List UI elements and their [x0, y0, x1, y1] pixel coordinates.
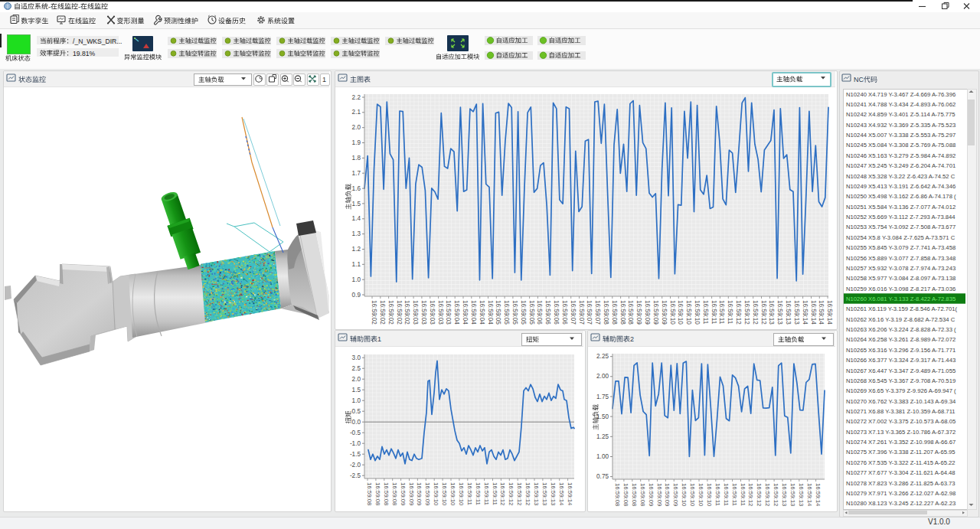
svg-text:N10266 X6.377 Y-3.324 Z-9.317: N10266 X6.377 Y-3.324 Z-9.317 A-71.443: [846, 357, 956, 364]
svg-text:16:59:12: 16:59:12: [773, 483, 779, 506]
svg-text:16:59:11: 16:59:11: [475, 482, 482, 505]
svg-text:N10249 X5.413 Y-3.191 Z-6.642: N10249 X5.413 Y-3.191 Z-6.642 A-74.346: [846, 183, 956, 190]
svg-text:16:59:07: 16:59:07: [586, 300, 593, 325]
svg-text:N10250 X5.498 Y-3.162 Z-6.86 A: N10250 X5.498 Y-3.162 Z-6.86 A-74.178 (: [846, 193, 956, 200]
svg-text:16:59:08: 16:59:08: [614, 483, 621, 506]
svg-text:16:59:06: 16:59:06: [544, 300, 551, 325]
svg-text:16:59:05: 16:59:05: [511, 300, 518, 325]
svg-text:-1.5: -1.5: [350, 451, 361, 458]
svg-text:N10243 X4.932 Y-3.369 Z-5.335: N10243 X4.932 Y-3.369 Z-5.335 A-75.523: [846, 122, 956, 129]
svg-text:16:59:09: 16:59:09: [416, 482, 423, 505]
svg-text:1.0: 1.0: [352, 397, 361, 404]
svg-text:16:59:11: 16:59:11: [702, 300, 709, 325]
svg-text:16:59:14: 16:59:14: [558, 482, 565, 506]
svg-text:1.5: 1.5: [352, 201, 361, 207]
svg-text:16:59:07: 16:59:07: [594, 300, 601, 325]
svg-text:1.25: 1.25: [596, 433, 609, 440]
svg-text:16:59:12: 16:59:12: [524, 482, 531, 505]
svg-text:16:59:13: 16:59:13: [541, 482, 548, 505]
svg-text:N10273 X7.13 Y-3.365 Z-10.786: N10273 X7.13 Y-3.365 Z-10.786 A-67.372: [846, 429, 956, 436]
svg-text:2.00: 2.00: [596, 373, 609, 380]
svg-text:16:59:08: 16:59:08: [611, 300, 618, 325]
svg-text:N10270 X6.762 Y-3.383 Z-10.143: N10270 X6.762 Y-3.383 Z-10.143 A-69.34: [846, 398, 956, 405]
svg-text:16:59:09: 16:59:09: [648, 483, 655, 506]
svg-text:16:59:14: 16:59:14: [806, 483, 813, 507]
svg-text:16:59:12: 16:59:12: [743, 300, 750, 325]
svg-text:1.0: 1.0: [352, 276, 361, 283]
svg-text:16:59:14: 16:59:14: [810, 300, 817, 325]
svg-text:N10274 X7.261 Y-3.352 Z-10.998: N10274 X7.261 Y-3.352 Z-10.998 A-66.67: [846, 439, 956, 446]
svg-text:-2.5: -2.5: [350, 472, 361, 479]
svg-text:2.0: 2.0: [352, 124, 361, 131]
svg-text:2.1: 2.1: [352, 109, 361, 116]
svg-text:16:59:10: 16:59:10: [689, 483, 696, 507]
svg-text:2.0: 2.0: [352, 376, 361, 383]
svg-text:16:59:13: 16:59:13: [785, 300, 792, 325]
svg-text:16:59:13: 16:59:13: [776, 300, 783, 325]
svg-text:16:59:02: 16:59:02: [379, 300, 386, 325]
svg-text:16:59:11: 16:59:11: [740, 483, 746, 506]
svg-text:16:59:11: 16:59:11: [727, 300, 733, 325]
svg-text:1: 1: [322, 76, 326, 83]
svg-text:16:59:10: 16:59:10: [677, 300, 684, 325]
svg-text:1.8: 1.8: [352, 155, 361, 162]
svg-text:16:59:08: 16:59:08: [639, 483, 646, 506]
svg-text:16:59:08: 16:59:08: [603, 300, 609, 325]
svg-text:0.9: 0.9: [352, 292, 361, 299]
svg-text:16:59:03: 16:59:03: [412, 300, 419, 325]
svg-text:16:59:13: 16:59:13: [789, 483, 796, 506]
svg-text:16:59:13: 16:59:13: [550, 482, 557, 505]
svg-text:16:59:14: 16:59:14: [826, 300, 833, 325]
svg-text:16:59:03: 16:59:03: [445, 300, 452, 325]
svg-text:16:59:09: 16:59:09: [400, 482, 407, 505]
svg-text:16:59:08: 16:59:08: [374, 482, 381, 505]
svg-text:N10256 X5.889 Y-3.077 Z-7.858: N10256 X5.889 Y-3.077 Z-7.858 A-73.348: [846, 255, 956, 262]
svg-text:16:59:13: 16:59:13: [781, 483, 788, 506]
svg-text:0.5: 0.5: [352, 408, 361, 415]
svg-text:N10255 X5.845 Y-3.079 Z-7.741: N10255 X5.845 Y-3.079 Z-7.741 A-73.458: [846, 244, 956, 251]
svg-text:1: 1: [377, 335, 381, 343]
svg-text:16:59:02: 16:59:02: [387, 300, 394, 325]
svg-text:16:59:11: 16:59:11: [718, 300, 725, 325]
svg-text:N10264 X6.258 Y-3.261 Z-8.989: N10264 X6.258 Y-3.261 Z-8.989 A-72.072: [846, 336, 956, 343]
svg-text:0.75: 0.75: [596, 473, 609, 480]
svg-text:NC: NC: [854, 76, 864, 83]
svg-text:16:59:09: 16:59:09: [644, 300, 651, 325]
svg-text:16:59:08: 16:59:08: [366, 482, 373, 505]
svg-text:16:59:13: 16:59:13: [793, 300, 800, 325]
svg-text:1.50: 1.50: [596, 413, 609, 420]
svg-text:16:59:05: 16:59:05: [528, 300, 535, 325]
svg-text:N10269 X6.65 Y-3.379 Z-9.926 A: N10269 X6.65 Y-3.379 Z-9.926 A-69.947 (: [846, 387, 956, 394]
svg-text:16:59:09: 16:59:09: [635, 300, 642, 325]
svg-text:N10248 X5.328 Y-3.22 Z-6.423 A: N10248 X5.328 Y-3.22 Z-6.423 A-74.52 C: [846, 173, 956, 180]
svg-text:0.0: 0.0: [352, 419, 361, 426]
svg-text:16:59:12: 16:59:12: [747, 483, 754, 506]
svg-text:N10253 X5.754 Y-3.092 Z-7.508: N10253 X5.754 Y-3.092 Z-7.508 A-73.677: [846, 224, 956, 230]
svg-text:16:59:04: 16:59:04: [487, 300, 494, 325]
svg-text:16:59:13: 16:59:13: [533, 482, 540, 505]
svg-text:N10258 X5.977 Y-3.084 Z-8.097: N10258 X5.977 Y-3.084 Z-8.097 A-73.138: [846, 275, 956, 282]
svg-text:-1.0: -1.0: [350, 440, 361, 447]
svg-text:2.25: 2.25: [596, 353, 609, 360]
svg-text:N10265 X6.316 Y-3.296 Z-9.156: N10265 X6.316 Y-3.296 Z-9.156 A-71.771: [846, 347, 956, 354]
svg-text:16:59:02: 16:59:02: [403, 300, 410, 325]
svg-text:N10279 X7.971 Y-3.266 Z-12.027: N10279 X7.971 Y-3.266 Z-12.027 A-62.98: [846, 490, 956, 497]
svg-text:16:59:12: 16:59:12: [516, 482, 523, 505]
svg-text:N10276 X7.535 Y-3.322 Z-11.415: N10276 X7.535 Y-3.322 Z-11.415 A-65.22: [846, 459, 956, 466]
svg-text:1.1: 1.1: [352, 261, 361, 268]
svg-text:16:59:10: 16:59:10: [681, 483, 688, 507]
svg-text:16:59:11: 16:59:11: [466, 482, 473, 505]
svg-text:N10275 X7.396 Y-3.338 Z-11.207: N10275 X7.396 Y-3.338 Z-11.207 A-65.95: [846, 449, 956, 456]
svg-text:16:59:14: 16:59:14: [815, 483, 822, 507]
svg-text:16:59:11: 16:59:11: [723, 483, 730, 506]
svg-text:16:59:10: 16:59:10: [706, 483, 713, 507]
svg-text:16:59:10: 16:59:10: [458, 482, 465, 506]
svg-text:2.2: 2.2: [352, 94, 361, 101]
svg-text:N10251 X5.584 Y-3.136 Z-7.077: N10251 X5.584 Y-3.136 Z-7.077 A-74.012: [846, 204, 956, 211]
svg-text:16:59:13: 16:59:13: [798, 483, 805, 506]
svg-text:-: -: [48, 3, 51, 11]
svg-text:16:59:12: 16:59:12: [508, 482, 514, 505]
svg-text:V1.0.0: V1.0.0: [928, 518, 950, 526]
svg-text:16:59:09: 16:59:09: [408, 482, 415, 505]
svg-text:16:59:12: 16:59:12: [756, 483, 763, 506]
